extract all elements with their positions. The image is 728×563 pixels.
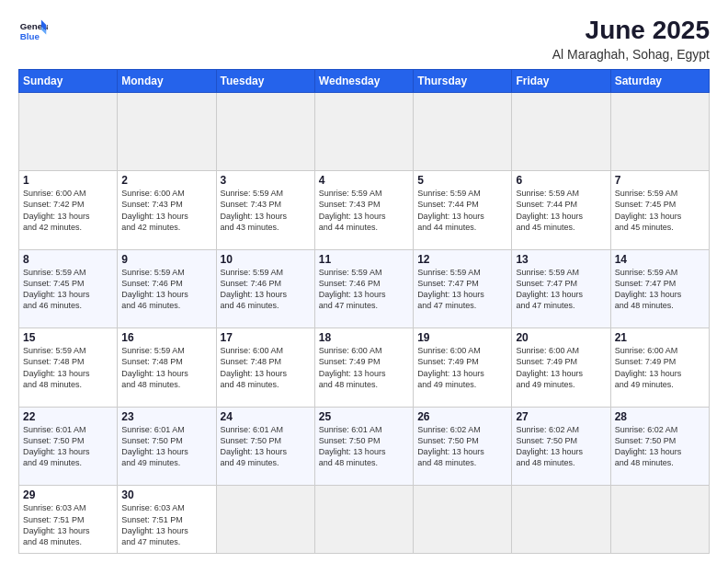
day-info: Sunrise: 6:00 AM Sunset: 7:49 PM Dayligh… xyxy=(319,345,409,390)
day-info: Sunrise: 6:00 AM Sunset: 7:43 PM Dayligh… xyxy=(121,188,211,233)
day-info: Sunrise: 6:00 AM Sunset: 7:49 PM Dayligh… xyxy=(516,345,606,390)
table-row: 2Sunrise: 6:00 AM Sunset: 7:43 PM Daylig… xyxy=(118,171,216,250)
table-row: 23Sunrise: 6:01 AM Sunset: 7:50 PM Dayli… xyxy=(118,407,216,486)
day-info: Sunrise: 5:59 AM Sunset: 7:48 PM Dayligh… xyxy=(23,345,113,390)
day-number: 15 xyxy=(23,331,113,344)
table-row: 12Sunrise: 5:59 AM Sunset: 7:47 PM Dayli… xyxy=(414,249,512,328)
logo: General Blue xyxy=(18,17,48,46)
table-row xyxy=(118,92,216,171)
table-row xyxy=(610,486,709,554)
day-info: Sunrise: 6:01 AM Sunset: 7:50 PM Dayligh… xyxy=(23,424,113,469)
calendar-table: Sunday Monday Tuesday Wednesday Thursday… xyxy=(18,69,710,554)
col-friday: Friday xyxy=(512,69,610,92)
table-row: 4Sunrise: 5:59 AM Sunset: 7:43 PM Daylig… xyxy=(314,171,413,250)
day-info: Sunrise: 5:59 AM Sunset: 7:47 PM Dayligh… xyxy=(417,267,507,312)
table-row: 6Sunrise: 5:59 AM Sunset: 7:44 PM Daylig… xyxy=(512,171,610,250)
header: General Blue June 2025 Al Maraghah, Soha… xyxy=(18,17,710,62)
day-number: 19 xyxy=(417,331,507,344)
day-number: 4 xyxy=(319,174,409,187)
calendar-header-row: Sunday Monday Tuesday Wednesday Thursday… xyxy=(19,69,710,92)
logo-icon: General Blue xyxy=(18,17,48,46)
table-row: 11Sunrise: 5:59 AM Sunset: 7:46 PM Dayli… xyxy=(314,249,413,328)
day-number: 7 xyxy=(615,174,705,187)
day-number: 5 xyxy=(417,174,507,187)
table-row: 13Sunrise: 5:59 AM Sunset: 7:47 PM Dayli… xyxy=(512,249,610,328)
table-row xyxy=(512,486,610,554)
day-number: 24 xyxy=(221,410,311,423)
col-wednesday: Wednesday xyxy=(314,69,413,92)
day-info: Sunrise: 5:59 AM Sunset: 7:48 PM Dayligh… xyxy=(121,345,211,390)
day-number: 17 xyxy=(221,331,311,344)
day-number: 26 xyxy=(417,410,507,423)
table-row: 19Sunrise: 6:00 AM Sunset: 7:49 PM Dayli… xyxy=(414,328,512,408)
table-row: 24Sunrise: 6:01 AM Sunset: 7:50 PM Dayli… xyxy=(216,407,314,486)
table-row: 21Sunrise: 6:00 AM Sunset: 7:49 PM Dayli… xyxy=(610,328,709,408)
col-tuesday: Tuesday xyxy=(216,69,314,92)
day-number: 23 xyxy=(121,410,211,423)
day-number: 9 xyxy=(121,253,211,266)
table-row xyxy=(512,92,610,171)
table-row: 20Sunrise: 6:00 AM Sunset: 7:49 PM Dayli… xyxy=(512,328,610,408)
table-row: 7Sunrise: 5:59 AM Sunset: 7:45 PM Daylig… xyxy=(610,171,709,250)
table-row: 17Sunrise: 6:00 AM Sunset: 7:48 PM Dayli… xyxy=(216,328,314,408)
day-info: Sunrise: 5:59 AM Sunset: 7:46 PM Dayligh… xyxy=(221,267,311,312)
col-sunday: Sunday xyxy=(19,69,118,92)
day-number: 25 xyxy=(319,410,409,423)
day-number: 27 xyxy=(516,410,606,423)
table-row: 22Sunrise: 6:01 AM Sunset: 7:50 PM Dayli… xyxy=(19,407,118,486)
day-info: Sunrise: 6:01 AM Sunset: 7:50 PM Dayligh… xyxy=(121,424,211,469)
day-info: Sunrise: 5:59 AM Sunset: 7:45 PM Dayligh… xyxy=(23,267,113,312)
day-number: 18 xyxy=(319,331,409,344)
day-info: Sunrise: 5:59 AM Sunset: 7:47 PM Dayligh… xyxy=(516,267,606,312)
table-row: 10Sunrise: 5:59 AM Sunset: 7:46 PM Dayli… xyxy=(216,249,314,328)
day-info: Sunrise: 6:01 AM Sunset: 7:50 PM Dayligh… xyxy=(319,424,409,469)
table-row: 16Sunrise: 5:59 AM Sunset: 7:48 PM Dayli… xyxy=(118,328,216,408)
day-number: 2 xyxy=(121,174,211,187)
day-number: 21 xyxy=(615,331,705,344)
day-info: Sunrise: 6:02 AM Sunset: 7:50 PM Dayligh… xyxy=(615,424,705,469)
day-number: 12 xyxy=(417,253,507,266)
col-monday: Monday xyxy=(118,69,216,92)
day-number: 29 xyxy=(23,488,113,501)
table-row: 18Sunrise: 6:00 AM Sunset: 7:49 PM Dayli… xyxy=(314,328,413,408)
day-info: Sunrise: 6:01 AM Sunset: 7:50 PM Dayligh… xyxy=(221,424,311,469)
table-row: 27Sunrise: 6:02 AM Sunset: 7:50 PM Dayli… xyxy=(512,407,610,486)
subtitle: Al Maraghah, Sohag, Egypt xyxy=(552,47,710,62)
table-row xyxy=(19,92,118,171)
table-row: 26Sunrise: 6:02 AM Sunset: 7:50 PM Dayli… xyxy=(414,407,512,486)
day-info: Sunrise: 6:03 AM Sunset: 7:51 PM Dayligh… xyxy=(121,502,211,547)
day-info: Sunrise: 6:00 AM Sunset: 7:42 PM Dayligh… xyxy=(23,188,113,233)
col-saturday: Saturday xyxy=(610,69,709,92)
page: General Blue June 2025 Al Maraghah, Soha… xyxy=(0,0,728,563)
day-info: Sunrise: 5:59 AM Sunset: 7:43 PM Dayligh… xyxy=(319,188,409,233)
day-info: Sunrise: 6:00 AM Sunset: 7:49 PM Dayligh… xyxy=(615,345,705,390)
table-row: 9Sunrise: 5:59 AM Sunset: 7:46 PM Daylig… xyxy=(118,249,216,328)
table-row: 28Sunrise: 6:02 AM Sunset: 7:50 PM Dayli… xyxy=(610,407,709,486)
day-info: Sunrise: 5:59 AM Sunset: 7:44 PM Dayligh… xyxy=(516,188,606,233)
day-info: Sunrise: 5:59 AM Sunset: 7:45 PM Dayligh… xyxy=(615,188,705,233)
day-number: 3 xyxy=(221,174,311,187)
table-row xyxy=(414,486,512,554)
title-block: June 2025 Al Maraghah, Sohag, Egypt xyxy=(552,17,710,62)
table-row: 14Sunrise: 5:59 AM Sunset: 7:47 PM Dayli… xyxy=(610,249,709,328)
table-row: 8Sunrise: 5:59 AM Sunset: 7:45 PM Daylig… xyxy=(19,249,118,328)
day-info: Sunrise: 6:00 AM Sunset: 7:48 PM Dayligh… xyxy=(221,345,311,390)
day-info: Sunrise: 5:59 AM Sunset: 7:46 PM Dayligh… xyxy=(121,267,211,312)
table-row: 29Sunrise: 6:03 AM Sunset: 7:51 PM Dayli… xyxy=(19,486,118,554)
day-info: Sunrise: 6:02 AM Sunset: 7:50 PM Dayligh… xyxy=(417,424,507,469)
day-number: 10 xyxy=(221,253,311,266)
table-row xyxy=(216,92,314,171)
table-row: 30Sunrise: 6:03 AM Sunset: 7:51 PM Dayli… xyxy=(118,486,216,554)
day-info: Sunrise: 6:02 AM Sunset: 7:50 PM Dayligh… xyxy=(516,424,606,469)
day-number: 6 xyxy=(516,174,606,187)
day-info: Sunrise: 6:03 AM Sunset: 7:51 PM Dayligh… xyxy=(23,502,113,547)
col-thursday: Thursday xyxy=(414,69,512,92)
day-number: 20 xyxy=(516,331,606,344)
table-row: 5Sunrise: 5:59 AM Sunset: 7:44 PM Daylig… xyxy=(414,171,512,250)
day-info: Sunrise: 5:59 AM Sunset: 7:46 PM Dayligh… xyxy=(319,267,409,312)
day-number: 22 xyxy=(23,410,113,423)
day-number: 1 xyxy=(23,174,113,187)
day-number: 14 xyxy=(615,253,705,266)
day-number: 11 xyxy=(319,253,409,266)
main-title: June 2025 xyxy=(552,17,710,45)
